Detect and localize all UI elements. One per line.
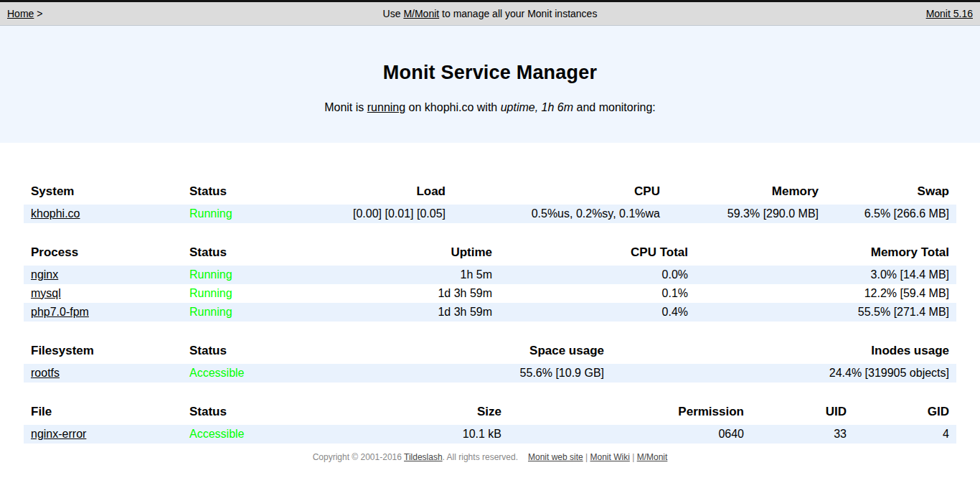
swap-value: 6.5% [266.6 MB]: [826, 205, 956, 223]
page-title: Monit Service Manager: [0, 62, 980, 84]
table-row-process-mysql: mysql Running 1d 3h 59m 0.1% 12.2% [59.4…: [24, 284, 956, 303]
table-row-system-khophi: khophi.co Running [0.00] [0.01] [0.05] 0…: [24, 205, 956, 223]
home-link[interactable]: Home: [7, 8, 34, 19]
space-usage-value: 55.6% [10.9 GB]: [285, 364, 611, 383]
cpu-total-value: 0.4%: [499, 303, 695, 322]
system-table: System Status Load CPU Memory Swap khoph…: [24, 185, 956, 223]
table-row-process-php: php7.0-fpm Running 1d 3h 59m 0.4% 55.5% …: [24, 303, 956, 322]
monit-wiki-link[interactable]: Monit Wiki: [590, 452, 630, 462]
uptime-value: 1d 3h 59m: [285, 303, 499, 322]
footer: Copyright © 2001-2016 Tildeslash. All ri…: [0, 449, 980, 484]
column-header-load: Load: [285, 185, 453, 205]
column-header-system: System: [24, 185, 182, 205]
column-header-cpu-total: CPU Total: [499, 246, 695, 266]
filesystem-table: Filesystem Status Space usage Inodes usa…: [24, 344, 956, 383]
table-row-process-nginx: nginx Running 1h 5m 0.0% 3.0% [14.4 MB]: [24, 266, 956, 284]
column-header-size: Size: [285, 405, 509, 425]
column-header-gid: GID: [854, 405, 956, 425]
footer-links: Monit web site | Monit Wiki | M/Monit: [528, 452, 667, 462]
status-badge: Accessible: [182, 425, 285, 444]
permission-value: 0640: [509, 425, 751, 444]
topbar: Home> Use M/Monit to manage all your Mon…: [0, 0, 980, 26]
services-content: System Status Load CPU Memory Swap khoph…: [0, 143, 980, 444]
process-service-link[interactable]: nginx: [31, 268, 58, 281]
tildeslash-link[interactable]: Tildeslash: [404, 452, 443, 462]
mmonit-banner-link[interactable]: M/Monit: [403, 8, 439, 19]
column-header-uid: UID: [751, 405, 854, 425]
column-header-process: Process: [24, 246, 182, 266]
monit-website-link[interactable]: Monit web site: [528, 452, 583, 462]
mmonit-footer-link[interactable]: M/Monit: [637, 452, 668, 462]
memory-total-value: 55.5% [271.4 MB]: [695, 303, 956, 322]
gid-value: 4: [854, 425, 956, 444]
column-header-status: Status: [182, 405, 285, 425]
table-row-file-nginx-error: nginx-error Accessible 10.1 kB 0640 33 4: [24, 425, 956, 444]
memory-total-value: 3.0% [14.4 MB]: [695, 266, 956, 284]
column-header-filesystem: Filesystem: [24, 344, 182, 364]
column-header-file: File: [24, 405, 182, 425]
column-header-inodes-usage: Inodes usage: [611, 344, 956, 364]
monit-status-line: Monit is running on khophi.co with uptim…: [0, 101, 980, 114]
status-text-suffix: and monitoring:: [573, 101, 656, 113]
status-badge: Running: [182, 284, 285, 303]
copyright-suffix: . All rights reserved.: [443, 452, 518, 462]
column-header-memory: Memory: [667, 185, 826, 205]
size-value: 10.1 kB: [285, 425, 509, 444]
status-badge: Running: [182, 205, 285, 223]
monit-version-link[interactable]: Monit 5.16: [926, 8, 973, 19]
status-text-prefix: Monit is: [324, 101, 367, 113]
filesystem-table-header-row: Filesystem Status Space usage Inodes usa…: [24, 344, 956, 364]
column-header-status: Status: [182, 185, 285, 205]
cpu-total-value: 0.0%: [499, 266, 695, 284]
system-table-header-row: System Status Load CPU Memory Swap: [24, 185, 956, 205]
load-value: [0.00] [0.01] [0.05]: [285, 205, 453, 223]
column-header-memory-total: Memory Total: [695, 246, 956, 266]
memory-total-value: 12.2% [59.4 MB]: [695, 284, 956, 303]
copyright-text: Copyright © 2001-2016: [313, 452, 404, 462]
footer-separator: |: [632, 452, 634, 462]
column-header-status: Status: [182, 344, 285, 364]
table-row-filesystem-rootfs: rootfs Accessible 55.6% [10.9 GB] 24.4% …: [24, 364, 956, 383]
memory-value: 59.3% [290.0 MB]: [667, 205, 826, 223]
file-service-link[interactable]: nginx-error: [31, 428, 86, 440]
process-table: Process Status Uptime CPU Total Memory T…: [24, 246, 956, 322]
filesystem-service-link[interactable]: rootfs: [31, 367, 60, 379]
status-text-mid: on khophi.co with: [405, 101, 501, 113]
banner-text-prefix: Use: [383, 8, 404, 19]
process-table-header-row: Process Status Uptime CPU Total Memory T…: [24, 246, 956, 266]
process-service-link[interactable]: mysql: [31, 287, 61, 299]
breadcrumb-separator: >: [37, 8, 42, 19]
file-table-header-row: File Status Size Permission UID GID: [24, 405, 956, 425]
footer-separator: |: [585, 452, 588, 462]
status-badge: Running: [182, 303, 285, 322]
uptime-value: 1h 5m: [285, 266, 499, 284]
status-badge: Running: [182, 266, 285, 284]
column-header-uptime: Uptime: [285, 246, 499, 266]
column-header-permission: Permission: [509, 405, 751, 425]
uptime-value: 1d 3h 59m: [285, 284, 499, 303]
uptime-text: uptime, 1h 6m: [501, 101, 573, 113]
cpu-total-value: 0.1%: [499, 284, 695, 303]
page-header: Monit Service Manager Monit is running o…: [0, 26, 980, 143]
version-area: Monit 5.16: [926, 8, 973, 19]
breadcrumb: Home>: [7, 8, 43, 19]
running-status-link[interactable]: running: [367, 101, 405, 113]
status-badge: Accessible: [182, 364, 285, 383]
uid-value: 33: [751, 425, 854, 444]
file-table: File Status Size Permission UID GID ngin…: [24, 405, 956, 444]
column-header-cpu: CPU: [453, 185, 667, 205]
process-service-link[interactable]: php7.0-fpm: [31, 306, 89, 318]
column-header-status: Status: [182, 246, 285, 266]
cpu-value: 0.5%us, 0.2%sy, 0.1%wa: [453, 205, 667, 223]
banner-text-suffix: to manage all your Monit instances: [439, 8, 597, 19]
inodes-usage-value: 24.4% [319905 objects]: [611, 364, 956, 383]
column-header-swap: Swap: [826, 185, 956, 205]
mmonit-banner: Use M/Monit to manage all your Monit ins…: [0, 8, 980, 19]
system-service-link[interactable]: khophi.co: [31, 207, 80, 220]
column-header-space-usage: Space usage: [285, 344, 611, 364]
